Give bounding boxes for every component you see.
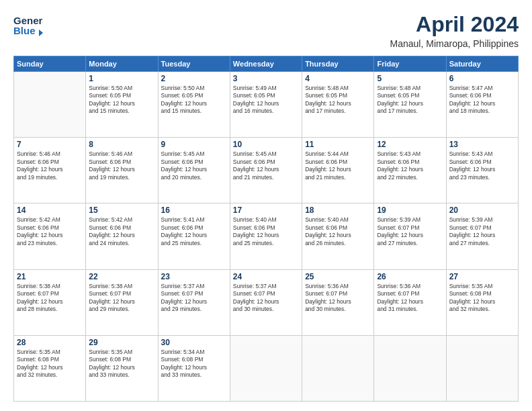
- day-info: Sunrise: 5:38 AM Sunset: 6:07 PM Dayligh…: [17, 283, 83, 314]
- day-info: Sunrise: 5:37 AM Sunset: 6:07 PM Dayligh…: [161, 283, 227, 314]
- table-row: 17Sunrise: 5:40 AM Sunset: 6:06 PM Dayli…: [230, 203, 302, 269]
- table-row: 24Sunrise: 5:37 AM Sunset: 6:07 PM Dayli…: [230, 269, 302, 335]
- table-row: 15Sunrise: 5:42 AM Sunset: 6:06 PM Dayli…: [86, 203, 158, 269]
- table-row: 5Sunrise: 5:48 AM Sunset: 6:05 PM Daylig…: [374, 72, 446, 138]
- day-number: 6: [449, 74, 515, 83]
- table-row: 27Sunrise: 5:35 AM Sunset: 6:08 PM Dayli…: [446, 269, 518, 335]
- day-number: 10: [233, 140, 299, 149]
- day-info: Sunrise: 5:38 AM Sunset: 6:07 PM Dayligh…: [89, 283, 154, 314]
- day-number: 19: [377, 205, 443, 215]
- table-row: [230, 335, 302, 401]
- day-number: 20: [449, 205, 515, 215]
- table-row: 19Sunrise: 5:39 AM Sunset: 6:07 PM Dayli…: [374, 203, 446, 269]
- day-info: Sunrise: 5:36 AM Sunset: 6:07 PM Dayligh…: [377, 283, 443, 314]
- table-row: 23Sunrise: 5:37 AM Sunset: 6:07 PM Dayli…: [158, 269, 230, 335]
- col-wednesday: Wednesday: [230, 56, 302, 72]
- svg-text:Blue: Blue: [13, 25, 36, 36]
- day-info: Sunrise: 5:44 AM Sunset: 6:06 PM Dayligh…: [305, 150, 371, 181]
- subtitle: Manaul, Mimaropa, Philippines: [390, 38, 519, 49]
- day-number: 25: [305, 272, 371, 281]
- day-number: 1: [89, 74, 154, 83]
- col-saturday: Saturday: [446, 56, 518, 72]
- day-info: Sunrise: 5:41 AM Sunset: 6:06 PM Dayligh…: [161, 216, 227, 247]
- day-info: Sunrise: 5:49 AM Sunset: 6:05 PM Dayligh…: [233, 85, 299, 116]
- table-row: 26Sunrise: 5:36 AM Sunset: 6:07 PM Dayli…: [374, 269, 446, 335]
- table-row: 7Sunrise: 5:46 AM Sunset: 6:06 PM Daylig…: [14, 138, 86, 203]
- calendar-week-row: 28Sunrise: 5:35 AM Sunset: 6:08 PM Dayli…: [14, 335, 519, 401]
- svg-marker-2: [39, 30, 43, 36]
- col-monday: Monday: [86, 56, 158, 72]
- day-info: Sunrise: 5:50 AM Sunset: 6:05 PM Dayligh…: [161, 85, 227, 116]
- table-row: 21Sunrise: 5:38 AM Sunset: 6:07 PM Dayli…: [14, 269, 86, 335]
- day-info: Sunrise: 5:35 AM Sunset: 6:08 PM Dayligh…: [17, 349, 83, 379]
- day-info: Sunrise: 5:35 AM Sunset: 6:08 PM Dayligh…: [449, 283, 515, 314]
- day-info: Sunrise: 5:35 AM Sunset: 6:08 PM Dayligh…: [89, 349, 154, 379]
- day-info: Sunrise: 5:48 AM Sunset: 6:05 PM Dayligh…: [377, 85, 443, 116]
- day-number: 16: [161, 205, 227, 215]
- day-info: Sunrise: 5:39 AM Sunset: 6:07 PM Dayligh…: [449, 216, 515, 247]
- table-row: 29Sunrise: 5:35 AM Sunset: 6:08 PM Dayli…: [86, 335, 158, 401]
- main-title: April 2024: [390, 12, 519, 37]
- page: General Blue April 2024 Manaul, Mimaropa…: [0, 0, 532, 411]
- table-row: [14, 72, 86, 138]
- table-row: 12Sunrise: 5:43 AM Sunset: 6:06 PM Dayli…: [374, 138, 446, 203]
- day-number: 11: [305, 140, 371, 149]
- day-number: 17: [233, 205, 299, 215]
- day-number: 22: [89, 272, 154, 281]
- day-number: 24: [233, 272, 299, 281]
- day-number: 27: [449, 272, 515, 281]
- day-info: Sunrise: 5:36 AM Sunset: 6:07 PM Dayligh…: [305, 283, 371, 314]
- table-row: 22Sunrise: 5:38 AM Sunset: 6:07 PM Dayli…: [86, 269, 158, 335]
- day-info: Sunrise: 5:42 AM Sunset: 6:06 PM Dayligh…: [89, 216, 154, 247]
- table-row: 8Sunrise: 5:46 AM Sunset: 6:06 PM Daylig…: [86, 138, 158, 203]
- table-row: 6Sunrise: 5:47 AM Sunset: 6:06 PM Daylig…: [446, 72, 518, 138]
- day-info: Sunrise: 5:34 AM Sunset: 6:08 PM Dayligh…: [161, 349, 227, 379]
- day-info: Sunrise: 5:47 AM Sunset: 6:06 PM Dayligh…: [449, 85, 515, 116]
- table-row: [374, 335, 446, 401]
- day-info: Sunrise: 5:40 AM Sunset: 6:06 PM Dayligh…: [305, 216, 371, 247]
- day-number: 7: [17, 140, 83, 149]
- table-row: 10Sunrise: 5:45 AM Sunset: 6:06 PM Dayli…: [230, 138, 302, 203]
- col-tuesday: Tuesday: [158, 56, 230, 72]
- table-row: 11Sunrise: 5:44 AM Sunset: 6:06 PM Dayli…: [302, 138, 374, 203]
- col-thursday: Thursday: [302, 56, 374, 72]
- logo: General Blue: [13, 12, 43, 39]
- title-section: April 2024 Manaul, Mimaropa, Philippines: [390, 12, 519, 49]
- day-number: 2: [161, 74, 227, 83]
- day-number: 3: [233, 74, 299, 83]
- day-number: 9: [161, 140, 227, 149]
- day-number: 15: [89, 205, 154, 215]
- table-row: 13Sunrise: 5:43 AM Sunset: 6:06 PM Dayli…: [446, 138, 518, 203]
- calendar-week-row: 1Sunrise: 5:50 AM Sunset: 6:05 PM Daylig…: [14, 72, 519, 138]
- table-row: 18Sunrise: 5:40 AM Sunset: 6:06 PM Dayli…: [302, 203, 374, 269]
- table-row: 28Sunrise: 5:35 AM Sunset: 6:08 PM Dayli…: [14, 335, 86, 401]
- table-row: 20Sunrise: 5:39 AM Sunset: 6:07 PM Dayli…: [446, 203, 518, 269]
- day-info: Sunrise: 5:43 AM Sunset: 6:06 PM Dayligh…: [377, 150, 443, 181]
- day-info: Sunrise: 5:46 AM Sunset: 6:06 PM Dayligh…: [17, 150, 83, 181]
- day-number: 21: [17, 272, 83, 281]
- col-sunday: Sunday: [14, 56, 86, 72]
- calendar-header-row: Sunday Monday Tuesday Wednesday Thursday…: [14, 56, 519, 72]
- col-friday: Friday: [374, 56, 446, 72]
- day-number: 26: [377, 272, 443, 281]
- table-row: 1Sunrise: 5:50 AM Sunset: 6:05 PM Daylig…: [86, 72, 158, 138]
- calendar-table: Sunday Monday Tuesday Wednesday Thursday…: [13, 56, 519, 402]
- day-number: 30: [161, 338, 227, 347]
- table-row: 9Sunrise: 5:45 AM Sunset: 6:06 PM Daylig…: [158, 138, 230, 203]
- day-info: Sunrise: 5:45 AM Sunset: 6:06 PM Dayligh…: [161, 150, 227, 181]
- header: General Blue April 2024 Manaul, Mimaropa…: [13, 12, 519, 49]
- day-info: Sunrise: 5:46 AM Sunset: 6:06 PM Dayligh…: [89, 150, 154, 181]
- table-row: 16Sunrise: 5:41 AM Sunset: 6:06 PM Dayli…: [158, 203, 230, 269]
- day-number: 29: [89, 338, 154, 347]
- day-info: Sunrise: 5:45 AM Sunset: 6:06 PM Dayligh…: [233, 150, 299, 181]
- table-row: [446, 335, 518, 401]
- calendar-week-row: 14Sunrise: 5:42 AM Sunset: 6:06 PM Dayli…: [14, 203, 519, 269]
- day-info: Sunrise: 5:50 AM Sunset: 6:05 PM Dayligh…: [89, 85, 154, 116]
- day-number: 18: [305, 205, 371, 215]
- day-info: Sunrise: 5:48 AM Sunset: 6:05 PM Dayligh…: [305, 85, 371, 116]
- day-number: 4: [305, 74, 371, 83]
- day-info: Sunrise: 5:42 AM Sunset: 6:06 PM Dayligh…: [17, 216, 83, 247]
- day-info: Sunrise: 5:40 AM Sunset: 6:06 PM Dayligh…: [233, 216, 299, 247]
- day-info: Sunrise: 5:37 AM Sunset: 6:07 PM Dayligh…: [233, 283, 299, 314]
- calendar-week-row: 21Sunrise: 5:38 AM Sunset: 6:07 PM Dayli…: [14, 269, 519, 335]
